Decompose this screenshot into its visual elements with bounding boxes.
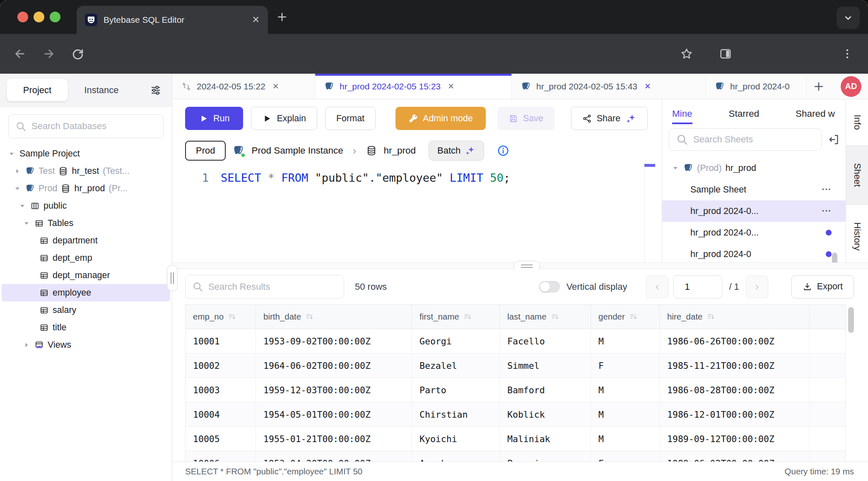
close-tab-icon[interactable]: ✕ [252, 14, 260, 25]
bookmark-star-icon[interactable] [680, 47, 693, 60]
share-button[interactable]: Share [571, 107, 648, 130]
sql-editor[interactable]: 1 SELECT * FROM "public"."employee" LIMI… [172, 164, 662, 262]
editor-tab-4[interactable]: hr_prod 2024-0 [706, 74, 807, 99]
more-menu-icon[interactable]: ••• [822, 209, 832, 213]
results-scrollbar[interactable] [848, 307, 854, 333]
tree-item-employee[interactable]: employee [2, 284, 170, 301]
format-button[interactable]: Format [325, 107, 376, 130]
save-button[interactable]: Save [497, 107, 555, 130]
horizontal-splitter[interactable] [172, 262, 868, 269]
sheet-item-4[interactable]: hr_prod 2024-0 [662, 243, 846, 262]
admin-mode-button[interactable]: Admin mode [395, 107, 486, 130]
tab-starred[interactable]: Starred [728, 102, 759, 124]
export-button[interactable]: Export [791, 275, 854, 298]
tab-shared[interactable]: Shared w [796, 102, 835, 124]
column-header-birth_date[interactable]: birth_date [256, 305, 412, 329]
table-row[interactable]: 100051955-01-21T00:00:00ZKyoichiMaliniak… [186, 427, 845, 451]
tree-item-public[interactable]: public [2, 197, 170, 214]
avatar[interactable]: AD [841, 76, 861, 97]
back-button[interactable] [13, 47, 27, 60]
table-row[interactable]: 100031959-12-03T00:00:00ZPartoBamfordM19… [186, 378, 845, 402]
collapse-panel-icon[interactable] [827, 133, 840, 146]
tree-item-Views[interactable]: Views [2, 336, 170, 354]
sort-icon[interactable] [305, 313, 314, 321]
caret-right-icon[interactable] [22, 340, 31, 350]
sort-icon[interactable] [706, 313, 715, 321]
info-icon[interactable] [497, 144, 509, 157]
column-header-hire_date[interactable]: hire_date [660, 305, 810, 329]
tree-item-Tables[interactable]: Tables [2, 214, 170, 232]
tree-item-Sample Project[interactable]: Sample Project [2, 145, 170, 162]
search-sheets-input[interactable] [693, 134, 815, 145]
tab-info[interactable]: Info [846, 99, 868, 146]
search-databases-input[interactable] [31, 121, 157, 132]
side-panel-icon[interactable] [719, 47, 732, 60]
column-header-last_name[interactable]: last_name [500, 305, 591, 329]
close-tab-icon[interactable]: ✕ [272, 82, 279, 91]
tree-item-department[interactable]: department [2, 232, 170, 249]
forward-button[interactable] [42, 47, 55, 60]
database-search[interactable] [8, 114, 164, 138]
search-results-input[interactable] [208, 281, 337, 292]
maximize-window-button[interactable] [50, 12, 60, 22]
sheet-list-scrollbar[interactable] [832, 253, 837, 262]
sort-icon[interactable] [228, 313, 236, 321]
tab-mine[interactable]: Mine [672, 102, 692, 124]
table-row[interactable]: 100041954-05-01T00:00:00ZChirstianKoblic… [186, 402, 845, 427]
new-sheet-button[interactable] [813, 80, 825, 93]
new-tab-button[interactable] [276, 11, 288, 23]
tab-search-button[interactable] [837, 7, 860, 29]
close-tab-icon[interactable]: ✕ [644, 82, 651, 91]
instance-name[interactable]: Prod Sample Instance [251, 145, 343, 156]
tree-item-hr_test[interactable]: Testhr_test(Test... [2, 162, 170, 180]
caret-down-icon[interactable] [18, 201, 27, 211]
tab-sheet[interactable]: Sheet [846, 146, 868, 205]
more-menu-icon[interactable]: ••• [822, 188, 832, 192]
tab-instance[interactable]: Instance [70, 85, 133, 96]
close-tab-icon[interactable]: ✕ [448, 82, 454, 91]
tree-item-title[interactable]: title [2, 319, 170, 336]
caret-right-icon[interactable] [13, 166, 22, 176]
next-page-button[interactable]: › [746, 276, 768, 298]
sheet-item-1[interactable]: Sample Sheet••• [662, 179, 846, 200]
sheet-group-row[interactable]: (Prod) hr_prod [662, 157, 846, 179]
table-row[interactable]: 100021964-06-02T00:00:00ZBezalelSimmelF1… [186, 354, 845, 378]
batch-button[interactable]: Batch [429, 141, 484, 161]
editor-tab-1[interactable]: 2024-02-05 15:22✕ [172, 74, 315, 99]
vertical-display-toggle[interactable] [539, 281, 560, 293]
column-header-emp_no[interactable]: emp_no [186, 305, 256, 329]
minimize-window-button[interactable] [34, 12, 44, 22]
sheet-item-3[interactable]: hr_prod 2024-0... [662, 222, 846, 243]
reload-button[interactable] [71, 47, 84, 60]
tree-item-dept_emp[interactable]: dept_emp [2, 249, 170, 267]
tree-item-hr_prod[interactable]: Prodhr_prod(Pr... [2, 180, 170, 197]
sort-icon[interactable] [551, 313, 559, 321]
page-number-input[interactable] [673, 275, 722, 298]
run-button[interactable]: Run [185, 107, 243, 130]
caret-down-icon[interactable] [7, 149, 16, 159]
table-row[interactable]: 100061953-04-20T00:00:00ZAnnekePreusigF1… [186, 451, 845, 462]
tab-history[interactable]: History [846, 205, 868, 268]
caret-down-icon[interactable] [13, 184, 22, 193]
close-window-button[interactable] [17, 12, 28, 22]
tab-project[interactable]: Project [7, 79, 68, 101]
editor-tab-3[interactable]: hr_prod 2024-02-05 15:43✕ [512, 74, 706, 99]
browser-menu-icon[interactable] [841, 47, 854, 60]
filter-settings-icon[interactable] [149, 84, 162, 96]
explain-button[interactable]: Explain [251, 107, 317, 130]
sheet-search[interactable] [669, 128, 822, 151]
caret-down-icon[interactable] [22, 219, 31, 228]
sheet-item-2[interactable]: hr_prod 2024-0...••• [662, 200, 846, 222]
column-header-first_name[interactable]: first_name [412, 305, 500, 329]
column-header-gender[interactable]: gender [591, 305, 660, 329]
caret-down-icon[interactable] [671, 163, 680, 173]
sort-icon[interactable] [463, 313, 472, 321]
tree-item-salary[interactable]: salary [2, 301, 170, 319]
table-row[interactable]: 100011953-09-02T00:00:00ZGeorgiFacelloM1… [186, 329, 845, 354]
sidebar-splitter-handle[interactable] [167, 265, 178, 291]
editor-tab-2[interactable]: hr_prod 2024-02-05 15:23✕ [315, 74, 512, 99]
prev-page-button[interactable]: ‹ [646, 276, 668, 298]
browser-tab[interactable]: Bytebase SQL Editor ✕ [77, 6, 268, 34]
sort-icon[interactable] [629, 313, 638, 321]
database-name[interactable]: hr_prod [384, 145, 416, 156]
